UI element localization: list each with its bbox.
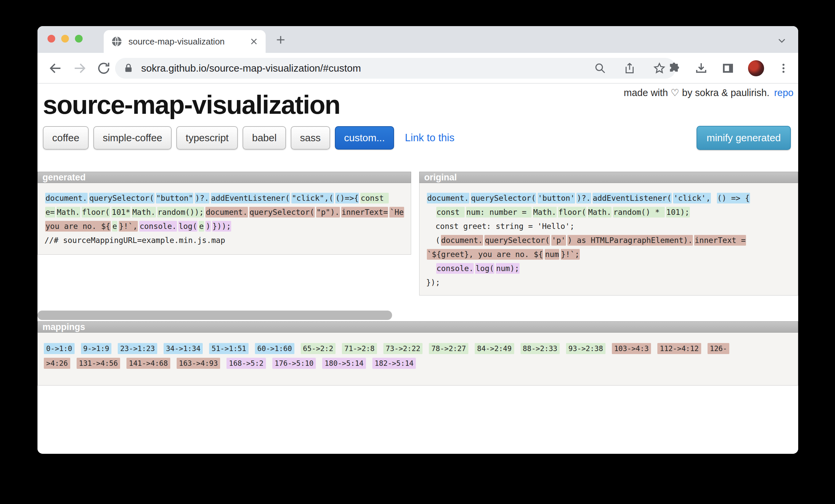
side-panel-icon[interactable] — [721, 62, 735, 75]
mapping-chip[interactable]: 126- — [708, 343, 730, 354]
mapped-segment[interactable]: log( — [178, 221, 197, 231]
mapped-segment[interactable]: you are no. ${ — [45, 221, 111, 231]
mapping-chip[interactable]: 0->1:0 — [44, 343, 75, 354]
back-icon[interactable] — [48, 61, 63, 76]
mapping-chip[interactable]: 93->2:38 — [566, 343, 606, 354]
minimize-window-button[interactable] — [61, 35, 69, 42]
preset-button-coffee[interactable]: coffee — [43, 126, 89, 149]
reload-icon[interactable] — [96, 61, 111, 76]
mapped-segment[interactable]: document. — [45, 193, 88, 203]
mapped-segment[interactable]: random()); — [157, 207, 204, 218]
minify-generated-button[interactable]: minify generated — [696, 126, 791, 150]
mapped-segment[interactable]: 'p' — [551, 235, 566, 246]
mapped-segment[interactable]: 101* — [111, 207, 130, 218]
mapping-chip[interactable]: 9->1:9 — [81, 343, 112, 354]
mapping-chip[interactable]: 88->2:33 — [521, 343, 560, 354]
mapping-chip[interactable]: 51->1:51 — [209, 343, 248, 354]
mapping-chip[interactable]: 112->4:12 — [657, 343, 701, 354]
mapping-chip[interactable]: 34->1:34 — [164, 343, 203, 354]
mapped-segment[interactable]: num: number = — [466, 207, 532, 218]
repo-link[interactable]: repo — [774, 87, 794, 98]
preset-button-simple-coffee[interactable]: simple-coffee — [93, 126, 171, 149]
mapped-segment[interactable]: ) — [205, 221, 211, 231]
mapped-segment[interactable]: num — [545, 249, 559, 260]
mappings-list[interactable]: 0->1:09->1:923->1:2334->1:3451->1:5160->… — [38, 332, 798, 385]
original-code[interactable]: document.querySelector('button')?.addEve… — [419, 183, 798, 296]
mapped-segment[interactable]: )?. — [576, 193, 591, 203]
browser-tab[interactable]: source-map-visualization — [104, 30, 266, 53]
mapped-segment[interactable]: `${greet}, you are no. ${ — [427, 249, 543, 260]
mapped-segment[interactable]: const — [436, 207, 465, 218]
mapping-chip[interactable]: 65->2:2 — [301, 343, 336, 354]
address-bar[interactable]: sokra.github.io/source-map-visualization… — [115, 58, 676, 79]
mapping-chip[interactable]: 182->5:14 — [372, 358, 416, 369]
mapped-segment[interactable]: e= — [45, 207, 55, 218]
share-icon[interactable] — [624, 62, 636, 74]
mapped-segment[interactable]: )?. — [195, 193, 209, 203]
mapped-segment[interactable]: `He — [389, 207, 404, 218]
horizontal-scrollbar-thumb[interactable] — [38, 310, 392, 320]
preset-button-babel[interactable]: babel — [243, 126, 286, 149]
mapping-chip[interactable]: 78->2:27 — [429, 343, 468, 354]
mapping-chip[interactable]: 141->4:68 — [126, 358, 170, 369]
close-window-button[interactable] — [47, 35, 55, 42]
mapped-segment[interactable]: console. — [436, 263, 474, 274]
mapped-segment[interactable]: Math. — [57, 207, 80, 218]
mapping-chip[interactable]: >4:26 — [44, 358, 70, 369]
profile-avatar[interactable] — [748, 60, 764, 76]
mapped-segment[interactable]: ()=>{ — [335, 193, 359, 203]
mapped-segment[interactable]: 'button' — [537, 193, 575, 203]
menu-kebab-icon[interactable] — [777, 62, 790, 74]
mapped-segment[interactable]: Math. — [533, 207, 557, 218]
mapped-segment[interactable]: floor( — [82, 207, 110, 218]
mapped-segment[interactable]: }!`; — [561, 249, 580, 260]
mapping-chip[interactable]: 163->4:93 — [177, 358, 221, 369]
mapped-segment[interactable]: querySelector( — [484, 235, 550, 246]
mapped-segment[interactable]: document. — [441, 235, 483, 246]
mapping-chip[interactable]: 71->2:8 — [342, 343, 377, 354]
mapping-chip[interactable]: 176->5:10 — [272, 358, 316, 369]
forward-icon[interactable] — [72, 61, 87, 76]
mapping-chip[interactable]: 73->2:22 — [383, 343, 423, 354]
mapped-segment[interactable]: e — [199, 221, 204, 231]
mapped-segment[interactable]: querySelector( — [89, 193, 155, 203]
chevron-down-icon[interactable] — [777, 36, 787, 45]
mapped-segment[interactable]: })); — [212, 221, 231, 231]
mapped-segment[interactable]: Math. — [132, 207, 156, 218]
mapped-segment[interactable]: ) as HTMLParagraphElement). — [567, 235, 693, 246]
mapped-segment[interactable]: querySelector( — [249, 207, 315, 218]
mapped-segment[interactable]: innerText = — [694, 235, 746, 246]
mapped-segment[interactable]: addEventListener( — [592, 193, 672, 203]
mapped-segment[interactable]: log( — [475, 263, 494, 274]
mapping-chip[interactable]: 23->1:23 — [118, 343, 157, 354]
new-tab-icon[interactable] — [275, 34, 286, 45]
mapping-chip[interactable]: 131->4:56 — [77, 358, 120, 369]
close-tab-icon[interactable] — [249, 37, 258, 46]
mapping-chip[interactable]: 84->2:49 — [475, 343, 514, 354]
extensions-puzzle-icon[interactable] — [668, 62, 681, 75]
download-icon[interactable] — [694, 62, 708, 75]
mapping-chip[interactable]: 60->1:60 — [255, 343, 294, 354]
mapped-segment[interactable]: querySelector( — [471, 193, 536, 203]
mapped-segment[interactable]: document. — [427, 193, 469, 203]
mapped-segment[interactable]: num); — [496, 263, 520, 274]
mapped-segment[interactable]: addEventListener( — [211, 193, 290, 203]
generated-code[interactable]: document.querySelector("button")?.addEve… — [38, 183, 411, 255]
mapped-segment[interactable]: const — [360, 193, 389, 203]
mapped-segment[interactable]: 'click', — [673, 193, 711, 203]
mapped-segment[interactable]: Math. — [588, 207, 612, 218]
mapped-segment[interactable]: () => { — [717, 193, 750, 203]
zoom-window-button[interactable] — [75, 35, 83, 42]
link-to-this[interactable]: Link to this — [405, 132, 454, 144]
preset-button-sass[interactable]: sass — [291, 126, 330, 149]
preset-button-typescript[interactable]: typescript — [176, 126, 238, 149]
mapped-segment[interactable]: console. — [139, 221, 177, 231]
mapping-chip[interactable]: 168->5:2 — [226, 358, 266, 369]
mapped-segment[interactable]: e — [112, 221, 117, 231]
mapped-segment[interactable]: floor( — [558, 207, 587, 218]
mapped-segment[interactable]: "p"). — [316, 207, 340, 218]
mapping-chip[interactable]: 180->5:14 — [322, 358, 366, 369]
mapping-chip[interactable]: 103->4:3 — [612, 343, 651, 354]
mapped-segment[interactable]: random() * — [613, 207, 665, 218]
mapped-segment[interactable]: 101); — [666, 207, 690, 218]
